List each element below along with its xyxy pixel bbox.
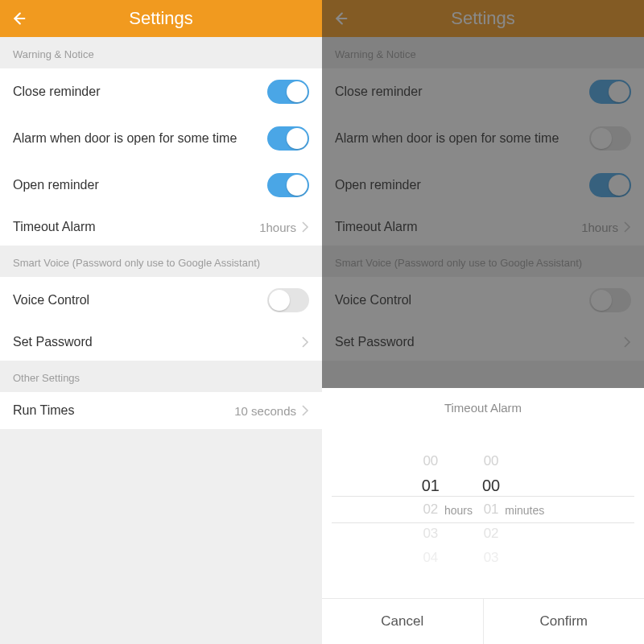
toggle-open-reminder[interactable] bbox=[267, 173, 309, 197]
hours-option[interactable]: 00 bbox=[423, 449, 438, 473]
label-alarm-open: Alarm when door is open for some time bbox=[13, 131, 267, 146]
timeout-picker-sheet: Timeout Alarm 00 01 02 03 04 hours 00 bbox=[322, 388, 644, 644]
cancel-button[interactable]: Cancel bbox=[322, 599, 483, 644]
header-bar: Settings bbox=[0, 0, 322, 37]
section-smart-voice: Smart Voice (Password only use to Google… bbox=[0, 246, 322, 277]
row-alarm-open[interactable]: Alarm when door is open for some time bbox=[0, 115, 322, 162]
toggle-close-reminder[interactable] bbox=[267, 80, 309, 104]
minutes-column[interactable]: 00 00 01 02 03 bbox=[482, 449, 500, 570]
minutes-unit-label: minutes bbox=[500, 502, 544, 517]
hours-option[interactable]: 03 bbox=[423, 522, 438, 546]
minutes-option[interactable]: 01 bbox=[484, 497, 499, 522]
row-set-password[interactable]: Set Password bbox=[0, 324, 322, 361]
label-open-reminder: Open reminder bbox=[13, 178, 267, 192]
settings-screen-left: Settings Warning & Notice Close reminder… bbox=[0, 0, 322, 644]
label-set-password: Set Password bbox=[13, 335, 301, 349]
label-voice-control: Voice Control bbox=[13, 293, 267, 308]
confirm-button[interactable]: Confirm bbox=[483, 599, 645, 644]
label-timeout-alarm: Timeout Alarm bbox=[13, 220, 259, 234]
value-run-times: 10 seconds bbox=[234, 404, 296, 418]
time-picker[interactable]: 00 01 02 03 04 hours 00 00 01 02 03 bbox=[322, 421, 644, 598]
row-voice-control[interactable]: Voice Control bbox=[0, 277, 322, 324]
label-close-reminder: Close reminder bbox=[13, 85, 267, 99]
row-open-reminder[interactable]: Open reminder bbox=[0, 162, 322, 208]
section-other-settings: Other Settings bbox=[0, 361, 322, 392]
label-run-times: Run Times bbox=[13, 403, 234, 418]
toggle-voice-control[interactable] bbox=[267, 288, 309, 312]
page-title: Settings bbox=[129, 8, 193, 29]
back-button[interactable] bbox=[10, 10, 27, 27]
sheet-actions: Cancel Confirm bbox=[322, 598, 644, 644]
hours-column[interactable]: 00 01 02 03 04 bbox=[422, 449, 440, 570]
settings-screen-right: Settings Warning & Notice Close reminder… bbox=[322, 0, 644, 644]
row-run-times[interactable]: Run Times 10 seconds bbox=[0, 392, 322, 429]
hours-option[interactable]: 02 bbox=[423, 497, 438, 522]
toggle-alarm-open[interactable] bbox=[267, 126, 309, 151]
row-timeout-alarm[interactable]: Timeout Alarm 1hours bbox=[0, 208, 322, 246]
hours-selected[interactable]: 01 bbox=[422, 473, 440, 497]
row-close-reminder[interactable]: Close reminder bbox=[0, 68, 322, 115]
chevron-right-icon bbox=[301, 336, 309, 348]
chevron-right-icon bbox=[301, 405, 309, 416]
minutes-selected[interactable]: 00 bbox=[482, 473, 500, 497]
minutes-option[interactable]: 02 bbox=[484, 522, 499, 546]
minutes-option[interactable]: 00 bbox=[484, 449, 499, 473]
sheet-title: Timeout Alarm bbox=[322, 388, 644, 421]
hours-option[interactable]: 04 bbox=[423, 546, 438, 570]
minutes-option[interactable]: 03 bbox=[484, 546, 499, 570]
value-timeout-alarm: 1hours bbox=[259, 221, 296, 234]
section-warning-notice: Warning & Notice bbox=[0, 37, 322, 68]
hours-unit-label: hours bbox=[440, 502, 473, 517]
empty-fill bbox=[0, 429, 322, 644]
arrow-left-icon bbox=[10, 10, 27, 27]
chevron-right-icon bbox=[301, 221, 309, 233]
